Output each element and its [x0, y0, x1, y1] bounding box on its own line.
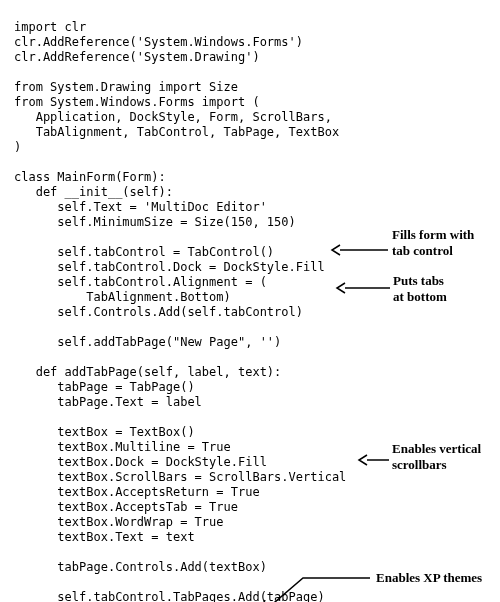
code-line: from System.Windows.Forms import (: [14, 95, 260, 109]
code-line: self.Text = 'MultiDoc Editor': [14, 200, 267, 214]
callout-line: tab control: [392, 243, 474, 259]
code-line: from System.Drawing import Size: [14, 80, 238, 94]
code-line: ): [14, 140, 21, 154]
callout-xp-themes: Enables XP themes: [376, 570, 482, 586]
callout-tabs-bottom: Puts tabs at bottom: [393, 273, 447, 305]
arrow-icon: [330, 244, 388, 256]
code-line: tabPage.Text = label: [14, 395, 202, 409]
code-line: textBox.AcceptsTab = True: [14, 500, 238, 514]
callout-line: Enables vertical: [392, 441, 481, 457]
code-line: self.tabControl = TabControl(): [14, 245, 274, 259]
callout-vertical-scrollbars: Enables vertical scrollbars: [392, 441, 481, 473]
code-line: self.tabControl.Alignment = (: [14, 275, 267, 289]
callout-line: Puts tabs: [393, 273, 447, 289]
code-line: textBox.Text = text: [14, 530, 195, 544]
code-line: textBox.ScrollBars = ScrollBars.Vertical: [14, 470, 346, 484]
code-line: clr.AddReference('System.Windows.Forms'): [14, 35, 303, 49]
code-line: class MainForm(Form):: [14, 170, 166, 184]
code-line: self.Controls.Add(self.tabControl): [14, 305, 303, 319]
code-line: def __init__(self):: [14, 185, 173, 199]
code-line: textBox = TextBox(): [14, 425, 195, 439]
code-line: TabAlignment, TabControl, TabPage, TextB…: [14, 125, 339, 139]
code-line: textBox.Dock = DockStyle.Fill: [14, 455, 267, 469]
code-line: Application, DockStyle, Form, ScrollBars…: [14, 110, 332, 124]
code-line: self.addTabPage("New Page", ''): [14, 335, 281, 349]
code-line: self.MinimumSize = Size(150, 150): [14, 215, 296, 229]
callout-line: Enables XP themes: [376, 570, 482, 586]
arrow-icon: [258, 576, 372, 602]
arrow-icon: [335, 282, 390, 294]
code-line: clr.AddReference('System.Drawing'): [14, 50, 260, 64]
callout-line: Fills form with: [392, 227, 474, 243]
code-line: import clr: [14, 20, 86, 34]
arrow-icon: [357, 454, 389, 466]
code-line: textBox.Multiline = True: [14, 440, 231, 454]
code-line: tabPage.Controls.Add(textBox): [14, 560, 267, 574]
code-line: TabAlignment.Bottom): [14, 290, 231, 304]
code-line: textBox.WordWrap = True: [14, 515, 224, 529]
code-line: tabPage = TabPage(): [14, 380, 195, 394]
code-line: textBox.AcceptsReturn = True: [14, 485, 260, 499]
code-line: def addTabPage(self, label, text):: [14, 365, 281, 379]
code-listing-figure: import clr clr.AddReference('System.Wind…: [0, 0, 500, 602]
callout-line: at bottom: [393, 289, 447, 305]
code-line: self.tabControl.Dock = DockStyle.Fill: [14, 260, 325, 274]
callout-fills-form: Fills form with tab control: [392, 227, 474, 259]
code-block: import clr clr.AddReference('System.Wind…: [14, 20, 346, 602]
callout-line: scrollbars: [392, 457, 481, 473]
